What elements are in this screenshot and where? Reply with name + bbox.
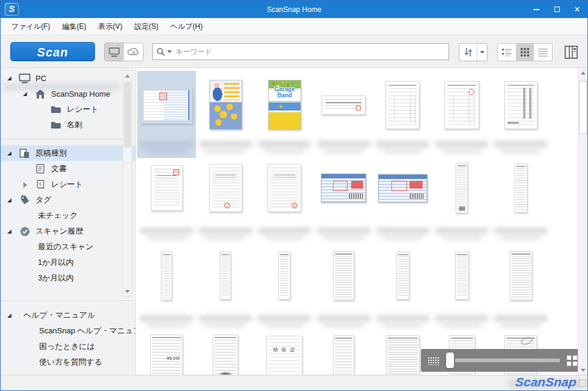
pc-destination-button[interactable] [105, 43, 124, 61]
document-tile[interactable] [196, 158, 255, 244]
panel-layout-button[interactable] [563, 44, 580, 61]
sidebar-item[interactable]: 使い方を質問する [1, 354, 135, 370]
sidebar-item-label: ScanSnap ヘルプ・マニュアル [39, 326, 136, 336]
document-tile[interactable] [137, 244, 196, 332]
expand-arrow-icon[interactable] [21, 89, 29, 98]
folder-icon [50, 120, 62, 130]
cloud-destination-button[interactable]: S [124, 43, 143, 61]
caption-line [435, 315, 488, 321]
document-thumbnail-receipt-thin [220, 252, 231, 300]
resize-grip[interactable] [579, 380, 586, 387]
document-tile[interactable] [491, 71, 550, 158]
document-tile[interactable] [432, 71, 491, 158]
sidebar-item[interactable]: スキャン履歴 [1, 223, 122, 239]
sidebar-item[interactable]: 最近のスキャン [1, 239, 122, 255]
caption-line [501, 323, 541, 327]
sidebar-item[interactable]: 困ったときには [1, 339, 135, 354]
expand-arrow-icon[interactable] [5, 149, 14, 157]
caption-line [317, 228, 370, 234]
document-tile[interactable] [314, 332, 373, 375]
document-tile[interactable]: ¥5,100 [137, 332, 196, 375]
zoom-slider-handle[interactable] [446, 353, 454, 368]
document-tile[interactable] [432, 158, 491, 244]
sidebar-item[interactable]: PC [1, 70, 122, 86]
document-tile[interactable] [491, 244, 550, 332]
menu-item-0[interactable]: ファイル(F) [5, 19, 56, 34]
document-tile[interactable] [137, 158, 196, 244]
document-tile[interactable] [255, 158, 314, 244]
folder-icon [50, 104, 62, 115]
arrow-spacer [21, 342, 29, 351]
scroll-down-button[interactable] [578, 365, 587, 375]
document-tile[interactable] [196, 71, 255, 158]
sidebar-item[interactable]: ヘルプ・マニュアル [1, 308, 135, 323]
search-dropdown-caret[interactable] [167, 50, 172, 55]
scrollbar-thumb[interactable] [124, 82, 131, 148]
menu-item-3[interactable]: 設定(S) [128, 19, 164, 34]
scrollbar-thumb[interactable] [579, 81, 587, 134]
maximize-button[interactable] [547, 1, 567, 18]
list-view-button[interactable] [498, 44, 516, 61]
document-list-panel: Garage Band¥5,100領 収 証 [136, 68, 587, 375]
thumbnail-container: ¥5,100 [137, 332, 196, 375]
scroll-down-icon [125, 290, 130, 296]
tag-icon [19, 195, 31, 205]
search-input[interactable] [174, 47, 445, 56]
document-tile[interactable] [373, 244, 432, 332]
thumbnail-container: Garage Band [255, 71, 314, 139]
document-tile[interactable] [491, 158, 550, 244]
document-tile[interactable]: Garage Band [255, 71, 314, 158]
document-tile[interactable] [255, 244, 314, 332]
menu-item-4[interactable]: ヘルプ(H) [164, 19, 209, 34]
expand-arrow-icon[interactable] [5, 196, 14, 204]
document-tile[interactable]: 領 収 証 [255, 332, 314, 375]
sidebar-item[interactable]: 名刺 [1, 117, 122, 133]
sort-order-button[interactable] [459, 44, 477, 61]
caption-line [199, 141, 252, 147]
collapse-arrow-icon[interactable] [21, 180, 29, 189]
document-tile[interactable] [314, 158, 373, 244]
document-thumbnail-invoice-lines [385, 81, 420, 129]
document-tile[interactable] [137, 71, 196, 158]
sidebar-item[interactable]: ScanSnap Home [1, 86, 122, 102]
sidebar-item[interactable]: ScanSnap ヘルプ・マニュアル [1, 323, 135, 339]
document-tile[interactable] [373, 71, 432, 158]
document-tile[interactable] [432, 244, 491, 332]
arrow-spacer [21, 258, 29, 267]
expand-arrow-icon[interactable] [5, 74, 14, 82]
document-thumbnail-receipt-r4 [213, 335, 238, 375]
sidebar-scrollbar[interactable] [123, 70, 132, 297]
sort-dropdown-button[interactable] [477, 44, 487, 61]
content-scrollbar[interactable] [578, 68, 587, 375]
zoom-slider-track[interactable] [455, 359, 560, 362]
grid-view-button[interactable] [516, 44, 534, 61]
menu-item-1[interactable]: 編集(E) [56, 19, 92, 34]
document-tile[interactable] [314, 244, 373, 332]
caption-line [317, 141, 370, 147]
sidebar-item[interactable]: タグ [1, 192, 122, 208]
close-button[interactable]: ✕ [567, 1, 587, 18]
menu-item-2[interactable]: 表示(V) [92, 19, 128, 34]
sidebar-item[interactable]: レシート [1, 102, 122, 117]
expand-arrow-icon[interactable] [5, 227, 14, 235]
expand-arrow-icon[interactable] [5, 311, 14, 320]
document-tile[interactable] [196, 244, 255, 332]
scroll-up-button[interactable] [123, 71, 132, 80]
sidebar-item[interactable]: $レシート [1, 177, 122, 192]
minimize-button[interactable] [526, 1, 547, 18]
blurred-caption [434, 141, 489, 156]
small-thumbnails-icon [427, 356, 439, 365]
detail-view-button[interactable] [534, 44, 552, 61]
sidebar-item[interactable]: 1か月以内 [1, 255, 122, 270]
sidebar-item[interactable]: 3か月以内 [1, 270, 122, 286]
scroll-up-button[interactable] [578, 68, 587, 77]
document-tile[interactable] [373, 158, 432, 244]
sidebar-item[interactable]: 原稿種別 [1, 145, 135, 161]
sidebar-item[interactable]: 未チェック [1, 208, 122, 223]
scan-button[interactable]: Scan [10, 42, 95, 61]
document-tile[interactable] [196, 332, 255, 375]
sidebar-item[interactable]: 文書 [1, 161, 122, 177]
scroll-down-button[interactable] [123, 286, 132, 296]
window-title: ScanSnap Home [1, 5, 587, 14]
document-tile[interactable] [314, 71, 373, 158]
